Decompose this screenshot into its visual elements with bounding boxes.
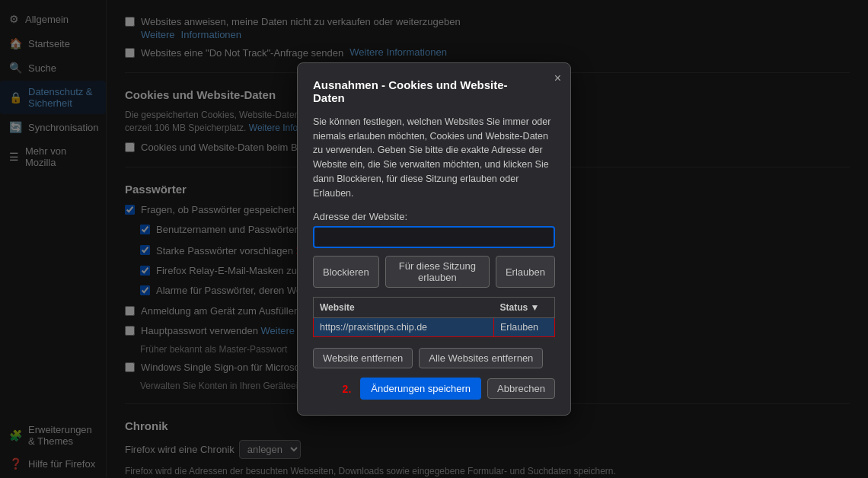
col-status-header: Status ▼ xyxy=(494,298,555,318)
website-entfernen-button[interactable]: Website entfernen xyxy=(313,348,413,368)
sitzung-erlauben-button[interactable]: Für diese Sitzung erlauben xyxy=(385,256,490,288)
dialog-title: Ausnahmen - Cookies und Website-Daten xyxy=(313,78,555,104)
erlauben-button[interactable]: Erlauben xyxy=(496,256,555,288)
alle-entfernen-button[interactable]: Alle Websites entfernen xyxy=(419,348,543,368)
col-website-header: Website xyxy=(314,298,494,318)
blockieren-button[interactable]: Blockieren xyxy=(313,256,379,288)
speichern-button[interactable]: Änderungen speichern xyxy=(360,378,481,400)
table-cell-website: https://praxistipps.chip.de xyxy=(314,318,494,337)
exceptions-dialog: Ausnahmen - Cookies und Website-Daten × … xyxy=(297,62,571,416)
table-cell-status: Erlauben xyxy=(494,318,555,337)
dialog-close-button[interactable]: × xyxy=(554,72,561,84)
step2-label: 2. xyxy=(343,383,352,395)
address-label: Adresse der Website: xyxy=(313,211,555,222)
dialog-action-buttons: Blockieren Für diese Sitzung erlauben Er… xyxy=(313,256,555,288)
exceptions-table: Website Status ▼ https://praxistipps.chi… xyxy=(313,297,555,337)
col-arrow: ▼ xyxy=(531,302,540,313)
table-row[interactable]: https://praxistipps.chip.de Erlauben xyxy=(314,318,555,337)
address-input[interactable] xyxy=(313,226,555,248)
dialog-overlay: Ausnahmen - Cookies und Website-Daten × … xyxy=(0,0,868,478)
dialog-footer-row: 2. Änderungen speichern Abbrechen xyxy=(313,378,555,400)
abbrechen-button[interactable]: Abbrechen xyxy=(487,378,555,399)
dialog-desc: Sie können festlegen, welchen Websites S… xyxy=(313,115,555,201)
dialog-bottom-row: Website entfernen Alle Websites entferne… xyxy=(313,348,555,368)
